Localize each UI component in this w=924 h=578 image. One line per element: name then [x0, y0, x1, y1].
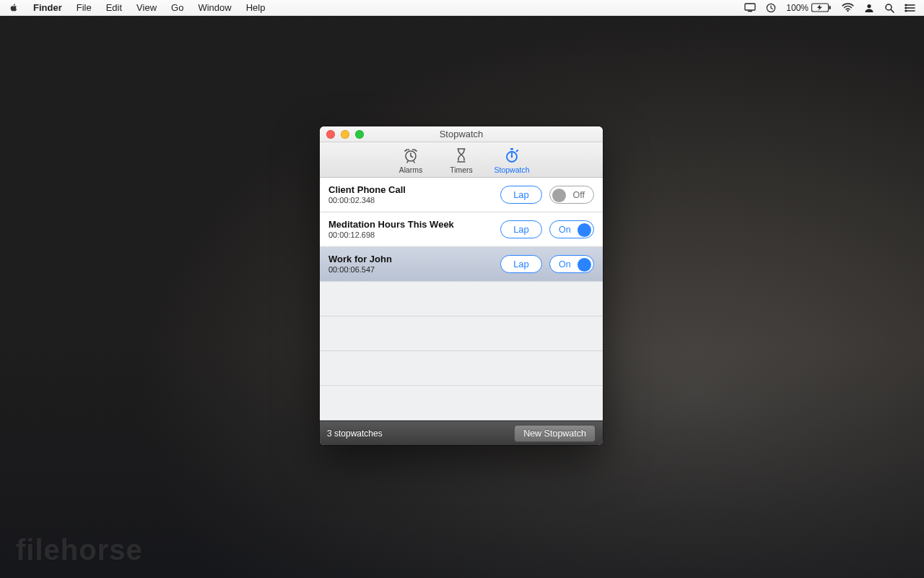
menubar-item-view[interactable]: View	[129, 0, 164, 16]
menubar-app-name[interactable]: Finder	[26, 0, 69, 16]
svg-point-17	[412, 149, 414, 150]
empty-row	[320, 351, 603, 386]
svg-point-5	[847, 10, 848, 12]
clock-icon[interactable]	[766, 3, 776, 13]
stopwatch-count: 3 stopwatches	[327, 428, 507, 439]
user-icon[interactable]	[864, 3, 874, 13]
titlebar[interactable]: Stopwatch	[320, 126, 603, 142]
spotlight-icon[interactable]	[884, 3, 894, 13]
stopwatch-name: Work for John	[328, 254, 494, 265]
menubar: Finder File Edit View Go Window Help 100…	[0, 0, 924, 16]
lap-button[interactable]: Lap	[500, 186, 542, 204]
toggle-on[interactable]: On	[549, 255, 594, 273]
tab-alarms[interactable]: Alarms	[391, 147, 431, 174]
stopwatch-row[interactable]: Work for John 00:00:06.547 Lap On	[320, 247, 603, 282]
svg-rect-19	[510, 148, 513, 150]
tab-timers-label: Timers	[450, 165, 473, 174]
notification-center-icon[interactable]	[905, 4, 915, 12]
stopwatch-time: 00:00:06.547	[328, 265, 494, 275]
toggle-label: Off	[573, 190, 585, 200]
battery-status[interactable]: 100%	[786, 3, 832, 13]
close-button[interactable]	[326, 130, 335, 139]
menubar-item-edit[interactable]: Edit	[99, 0, 129, 16]
window-footer: 3 stopwatches New Stopwatch	[320, 420, 603, 445]
svg-rect-4	[829, 6, 831, 9]
menubar-item-window[interactable]: Window	[191, 0, 238, 16]
wifi-icon[interactable]	[842, 3, 854, 12]
minimize-button[interactable]	[341, 130, 349, 139]
svg-point-12	[905, 4, 907, 6]
tab-timers[interactable]: Timers	[441, 147, 481, 174]
stopwatch-name: Meditation Hours This Week	[328, 219, 494, 230]
display-icon[interactable]	[744, 3, 756, 12]
traffic-lights	[320, 130, 364, 139]
toggle-label: On	[559, 225, 571, 235]
svg-point-14	[905, 9, 907, 12]
battery-percent: 100%	[786, 3, 808, 13]
empty-row	[320, 282, 603, 316]
toggle-knob	[578, 223, 591, 237]
stopwatch-row[interactable]: Meditation Hours This Week 00:00:12.698 …	[320, 212, 603, 247]
tab-alarms-label: Alarms	[399, 165, 423, 174]
toolbar: Alarms Timers Stopwatch	[320, 142, 603, 178]
lap-button[interactable]: Lap	[500, 255, 542, 273]
empty-row	[320, 386, 603, 420]
tab-stopwatch-label: Stopwatch	[494, 165, 529, 174]
menubar-item-file[interactable]: File	[69, 0, 99, 16]
stopwatch-icon	[503, 147, 520, 164]
stopwatch-time: 00:00:02.348	[328, 196, 494, 206]
menubar-item-go[interactable]: Go	[164, 0, 191, 16]
stopwatch-time: 00:00:12.698	[328, 230, 494, 241]
stopwatch-name: Client Phone Call	[328, 184, 494, 196]
stopwatch-list: Client Phone Call 00:00:02.348 Lap Off M…	[320, 178, 603, 420]
menubar-item-help[interactable]: Help	[239, 0, 273, 16]
empty-row	[320, 316, 603, 351]
battery-icon	[811, 3, 832, 12]
svg-rect-0	[745, 4, 755, 10]
zoom-button[interactable]	[355, 130, 364, 139]
new-stopwatch-button[interactable]: New Stopwatch	[514, 425, 596, 442]
stopwatch-row[interactable]: Client Phone Call 00:00:02.348 Lap Off	[320, 178, 603, 212]
toggle-knob	[552, 189, 566, 202]
toggle-label: On	[559, 259, 571, 269]
watermark: filehorse	[16, 534, 143, 566]
alarm-icon	[402, 147, 419, 164]
svg-line-8	[891, 9, 894, 12]
toggle-on[interactable]: On	[549, 220, 594, 238]
svg-point-16	[408, 149, 409, 150]
svg-point-6	[867, 4, 871, 7]
hourglass-icon	[453, 147, 470, 164]
lap-button[interactable]: Lap	[500, 220, 542, 238]
toggle-off[interactable]: Off	[549, 186, 594, 204]
svg-point-13	[905, 7, 907, 9]
tab-stopwatch[interactable]: Stopwatch	[492, 147, 532, 174]
toggle-knob	[578, 258, 591, 272]
stopwatch-window: Stopwatch Alarms Timers Stopwatch Client…	[320, 126, 603, 445]
apple-logo-icon[interactable]	[9, 3, 19, 13]
svg-rect-1	[748, 11, 752, 12]
svg-point-20	[511, 156, 513, 158]
